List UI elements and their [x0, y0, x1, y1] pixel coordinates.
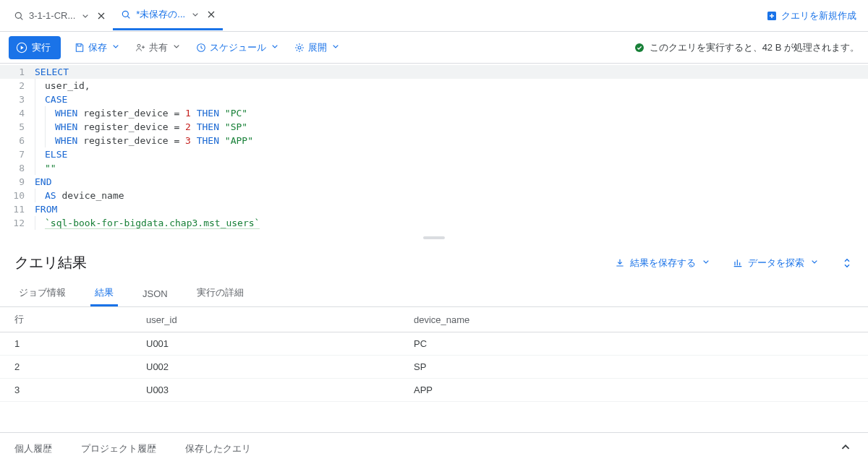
expand-collapse-button[interactable]	[841, 257, 854, 270]
caret-down-icon	[330, 40, 341, 54]
run-label: 実行	[32, 41, 51, 54]
close-icon[interactable]	[95, 10, 107, 22]
line-number: 5	[0, 120, 35, 134]
caret-down-icon	[171, 40, 182, 54]
results-table: 行user_iddevice_name 1U001PC2U002SP3U003A…	[0, 307, 868, 402]
table-row[interactable]: 2U002SP	[0, 356, 868, 379]
svg-point-1	[123, 11, 129, 17]
code-line[interactable]: 11FROM	[0, 202, 868, 216]
svg-point-0	[15, 12, 21, 18]
project-history-tab[interactable]: プロジェクト履歴	[81, 442, 156, 455]
run-button[interactable]: 実行	[9, 36, 61, 59]
table-row[interactable]: 1U001PC	[0, 332, 868, 356]
tab-label: *未保存の...	[136, 8, 185, 21]
code-content: FROM	[35, 202, 57, 216]
editor-tab[interactable]: 3-1-1-CR...	[6, 1, 113, 30]
editor-tab[interactable]: *未保存の...	[113, 1, 223, 30]
svg-point-7	[635, 43, 644, 52]
code-line[interactable]: 3CASE	[0, 93, 868, 106]
result-tabs: ジョブ情報結果JSON実行の詳細	[0, 278, 868, 307]
code-line[interactable]: 5WHEN register_device = 2 THEN "SP"	[0, 120, 868, 134]
column-header[interactable]: 行	[0, 307, 137, 332]
explore-label: データを探索	[748, 257, 804, 270]
line-number: 8	[0, 161, 35, 175]
line-number: 1	[0, 65, 35, 79]
expand-label: 展開	[308, 41, 327, 54]
code-line[interactable]: 4WHEN register_device = 1 THEN "PC"	[0, 106, 868, 120]
unfold-icon	[841, 257, 854, 270]
code-content: SELECT	[35, 65, 69, 79]
code-content: ELSE	[35, 147, 67, 161]
table-row[interactable]: 3U003APP	[0, 379, 868, 402]
code-line[interactable]: 1SELECT	[0, 65, 868, 79]
share-icon	[135, 42, 146, 53]
code-line[interactable]: 10AS device_name	[0, 189, 868, 202]
bottom-bar: 個人履歴 プロジェクト履歴 保存したクエリ	[0, 432, 868, 464]
caret-down-icon[interactable]	[190, 9, 201, 20]
results-header: クエリ結果 結果を保存する データを探索	[0, 241, 868, 278]
code-content: WHEN register_device = 2 THEN "SP"	[35, 120, 247, 134]
clock-icon	[195, 42, 207, 53]
new-query-button[interactable]: クエリを新規作成	[760, 9, 862, 22]
resize-handle[interactable]	[0, 234, 868, 241]
caret-down-icon[interactable]	[80, 10, 91, 22]
new-query-label: クエリを新規作成	[781, 9, 856, 22]
schedule-button[interactable]: スケジュール	[195, 40, 281, 54]
query-toolbar: 実行 保存 共有 スケジュール 展開 このクエリを実行すると、42 B が処理さ…	[0, 32, 868, 64]
tab-label: 3-1-1-CR...	[29, 10, 75, 21]
plus-box-icon	[765, 9, 778, 22]
code-content: WHEN register_device = 1 THEN "PC"	[35, 106, 247, 120]
code-line[interactable]: 2user_id,	[0, 79, 868, 93]
code-content: WHEN register_device = 3 THEN "APP"	[35, 134, 253, 147]
svg-point-6	[298, 46, 301, 49]
caret-down-icon	[700, 256, 712, 270]
code-line[interactable]: 7ELSE	[0, 147, 868, 161]
code-line[interactable]: 9END	[0, 175, 868, 189]
code-content: ""	[35, 161, 56, 175]
table-cell: U002	[137, 356, 405, 379]
code-line[interactable]: 6WHEN register_device = 3 THEN "APP"	[0, 134, 868, 147]
code-line[interactable]: 12`sql-book-for-bigdata.chap3.mst_users`	[0, 216, 868, 230]
table-cell: PC	[405, 332, 868, 356]
result-tab[interactable]: ジョブ情報	[14, 279, 70, 306]
saved-queries-tab[interactable]: 保存したクエリ	[185, 442, 251, 455]
line-number: 3	[0, 93, 35, 106]
code-content: CASE	[35, 93, 67, 106]
sql-editor[interactable]: 1SELECT2user_id,3CASE4WHEN register_devi…	[0, 64, 868, 234]
line-number: 12	[0, 216, 35, 230]
code-line[interactable]: 8""	[0, 161, 868, 175]
column-header[interactable]: user_id	[137, 307, 405, 332]
save-button[interactable]: 保存	[74, 40, 122, 54]
download-icon	[614, 257, 626, 269]
table-cell: U003	[137, 379, 405, 402]
explore-data-button[interactable]: データを探索	[732, 256, 820, 270]
line-number: 9	[0, 175, 35, 189]
code-content: `sql-book-for-bigdata.chap3.mst_users`	[35, 216, 260, 230]
result-tab[interactable]: 結果	[90, 279, 118, 306]
expand-button[interactable]: 展開	[294, 40, 341, 54]
save-results-button[interactable]: 結果を保存する	[614, 256, 712, 270]
schedule-label: スケジュール	[210, 41, 266, 54]
close-icon[interactable]	[205, 9, 217, 20]
table-cell: 3	[0, 379, 137, 402]
table-cell: 2	[0, 356, 137, 379]
status-text: このクエリを実行すると、42 B が処理されます。	[650, 41, 859, 54]
chevron-up-icon[interactable]	[838, 439, 854, 457]
caret-down-icon	[269, 40, 281, 54]
line-number: 6	[0, 134, 35, 147]
share-button[interactable]: 共有	[135, 40, 182, 54]
result-tab[interactable]: 実行の詳細	[192, 279, 248, 306]
code-content: END	[35, 175, 51, 189]
save-label: 保存	[88, 41, 107, 54]
column-header[interactable]: device_name	[405, 307, 868, 332]
query-status: このクエリを実行すると、42 B が処理されます。	[634, 41, 859, 54]
table-cell: APP	[405, 379, 868, 402]
personal-history-tab[interactable]: 個人履歴	[14, 442, 52, 455]
line-number: 7	[0, 147, 35, 161]
query-icon	[13, 10, 25, 22]
svg-point-4	[137, 44, 140, 47]
caret-down-icon	[110, 40, 122, 54]
result-tab[interactable]: JSON	[138, 281, 172, 306]
chart-icon	[732, 257, 744, 269]
line-number: 4	[0, 106, 35, 120]
